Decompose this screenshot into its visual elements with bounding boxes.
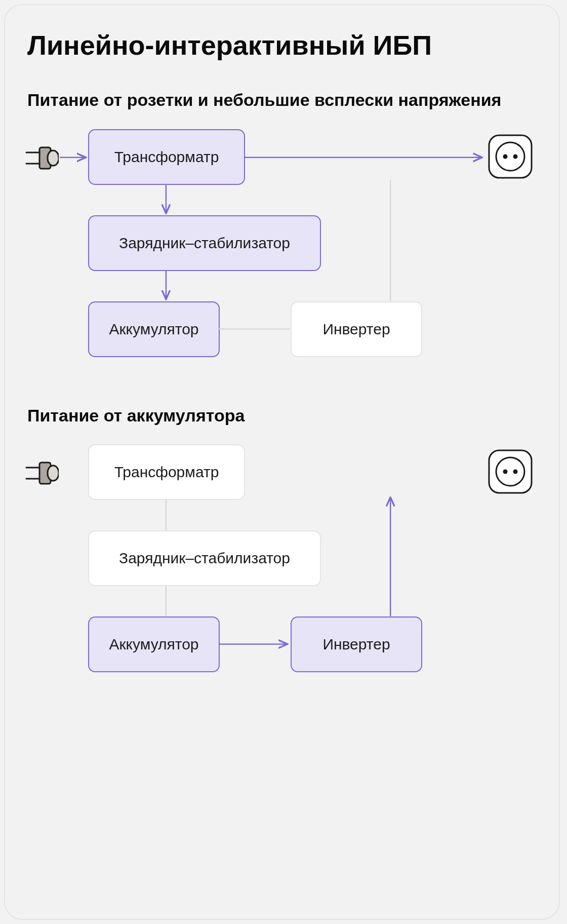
card: Линейно-интерактивный ИБП Питание от роз… [4,4,560,920]
node-transformer: Трансформатр [88,444,245,500]
svg-point-20 [503,470,508,474]
section1-heading: Питание от розетки и небольшие всплески … [27,89,537,111]
node-transformer: Трансформатр [88,129,245,185]
svg-point-6 [503,154,508,159]
node-label: Инвертер [322,321,390,338]
node-battery: Аккумулятор [88,617,220,672]
node-label: Зарядник–стабилизатор [119,550,290,567]
plug-icon [25,144,59,172]
svg-point-21 [513,470,518,474]
node-label: Трансформатр [114,464,219,481]
node-inverter: Инвертер [291,301,422,357]
node-charger: Зарядник–стабилизатор [88,530,321,586]
page-title: Линейно-интерактивный ИБП [27,29,537,61]
node-label: Аккумулятор [109,321,198,338]
socket-icon [487,448,534,495]
node-label: Трансформатр [114,148,219,166]
node-label: Аккумулятор [109,636,198,653]
svg-point-7 [513,154,518,159]
diagram-battery: Трансформатр Зарядник–стабилизатор Аккум… [27,444,537,698]
socket-icon [487,133,534,180]
node-battery: Аккумулятор [88,301,220,357]
svg-rect-15 [48,466,59,481]
svg-rect-1 [48,150,59,166]
node-charger: Зарядник–стабилизатор [88,215,321,271]
node-label: Зарядник–стабилизатор [119,235,290,252]
section2-heading: Питание от аккумулятора [27,405,537,427]
node-inverter: Инвертер [291,617,422,672]
plug-icon [25,459,59,487]
diagram-mains: Трансформатр Зарядник–стабилизатор Аккум… [27,129,537,382]
node-label: Инвертер [322,636,390,653]
